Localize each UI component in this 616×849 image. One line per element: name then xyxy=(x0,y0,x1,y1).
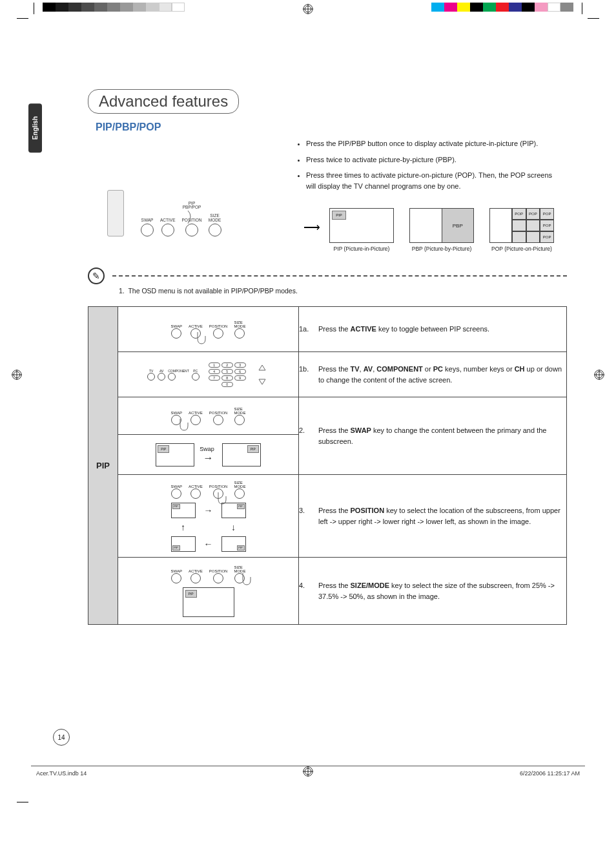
pip-steps-table: PIP SWAP ACTIVE POSITION SIZE MODE 1a.Pr… xyxy=(88,306,567,625)
arrow-left-icon: ← xyxy=(201,536,216,552)
note-row: ✎ xyxy=(88,267,567,284)
intro-bullet: Press the PIP/PBP button once to display… xyxy=(306,138,554,149)
pop-cell: POP xyxy=(512,208,526,220)
illus-step-2-buttons: SWAP ACTIVE POSITION SIZE MODE xyxy=(118,397,299,435)
pip-mini-label: PIP xyxy=(332,211,346,220)
active-button-icon xyxy=(161,224,174,236)
note-text: 1. The OSD menu is not available in PIP/… xyxy=(119,287,567,295)
remote-icon xyxy=(107,190,124,236)
intro-bullet: Press twice to activate picture-by-pictu… xyxy=(306,154,554,165)
footer-date: 6/22/2006 11:25:17 AM xyxy=(520,770,580,777)
illus-step-2-swap: PIP Swap → PIP xyxy=(118,435,299,475)
desc-step-4: 4.Press the SIZE/MODE key to select the … xyxy=(299,558,567,625)
size-mode-button-icon xyxy=(209,224,221,236)
press-line-icon xyxy=(180,209,200,233)
desc-step-1a: 1a.Press the ACTIVE key to toggle betwee… xyxy=(299,307,567,352)
pop-thumb: POPPOPPOP POP POP POP (Picture-on-Pictur… xyxy=(489,208,554,252)
intro-row: SWAP ACTIVE PIP PBP/POP POSITION SIZE MO… xyxy=(88,138,567,255)
btn-label-size-mode: SIZE MODE xyxy=(209,214,221,222)
note-divider xyxy=(112,275,567,277)
registration-mark-top xyxy=(303,4,313,16)
arrow-right-icon: ⟶ xyxy=(303,220,320,235)
page-number: 14 xyxy=(53,729,70,746)
grayscale-swatches xyxy=(43,3,185,12)
swap-label: Swap xyxy=(200,446,214,452)
hand-press-icon xyxy=(192,331,208,346)
registration-mark-right xyxy=(594,370,604,381)
illus-step-3: SWAP ACTIVE POSITION SIZE MODE PIP → PIP… xyxy=(118,475,299,558)
arrow-up-icon: ↑ xyxy=(171,522,196,532)
note-icon: ✎ xyxy=(88,267,105,284)
intro-bullet: Press three times to activate picture-on… xyxy=(306,170,554,191)
hand-press-icon xyxy=(175,417,190,433)
registration-mark-left xyxy=(12,370,22,381)
swap-button-icon xyxy=(141,224,154,236)
pop-caption: POP (Picture-on-Picture) xyxy=(491,246,552,252)
illus-step-1a: SWAP ACTIVE POSITION SIZE MODE xyxy=(118,307,299,352)
table-row-head: PIP xyxy=(88,307,118,625)
subsection-title: PIP/PBP/POP xyxy=(96,121,567,133)
illus-step-1b: TV AV COMPONENT PC 123 456 789 0 xyxy=(118,352,299,397)
desc-step-3: 3.Press the POSITION key to select the l… xyxy=(299,475,567,558)
section-title: Advanced features xyxy=(88,89,239,114)
pbp-caption: PBP (Picture-by-Picture) xyxy=(412,246,471,252)
pip-caption: PIP (Picture-in-Picture) xyxy=(334,246,390,252)
desc-step-1b: 1b.Press the TV, AV, COMPONENT or PC key… xyxy=(299,352,567,397)
pbp-thumb: PBP PBP (Picture-by-Picture) xyxy=(409,208,474,252)
hand-press-icon xyxy=(238,572,253,587)
btn-label-active: ACTIVE xyxy=(160,218,175,223)
registration-mark-bottom xyxy=(303,766,313,778)
language-tab: English xyxy=(28,103,42,152)
ch-updown-icon xyxy=(255,364,269,386)
remote-illustration: SWAP ACTIVE PIP PBP/POP POSITION SIZE MO… xyxy=(88,138,294,255)
keypad-icon: 123 456 789 0 xyxy=(209,362,246,387)
arrow-right-icon: → xyxy=(203,452,213,464)
page: English Advanced features PIP/PBP/POP SW… xyxy=(31,27,585,802)
color-swatches xyxy=(431,3,573,12)
btn-label-swap: SWAP xyxy=(141,218,154,223)
desc-step-2: 2.Press the SWAP key to change the conte… xyxy=(299,397,567,475)
arrow-down-icon: ↓ xyxy=(221,522,246,532)
illus-step-4: SWAP ACTIVE POSITION SIZE MODE PIP xyxy=(118,558,299,625)
pbp-mini-label: PBP xyxy=(442,209,474,242)
footer-file: Acer.TV.US.indb 14 xyxy=(36,770,87,777)
intro-text: Press the PIP/PBP button once to display… xyxy=(294,138,567,255)
pip-thumb: PIP PIP (Picture-in-Picture) xyxy=(329,208,394,252)
printer-marks-top xyxy=(0,3,616,18)
